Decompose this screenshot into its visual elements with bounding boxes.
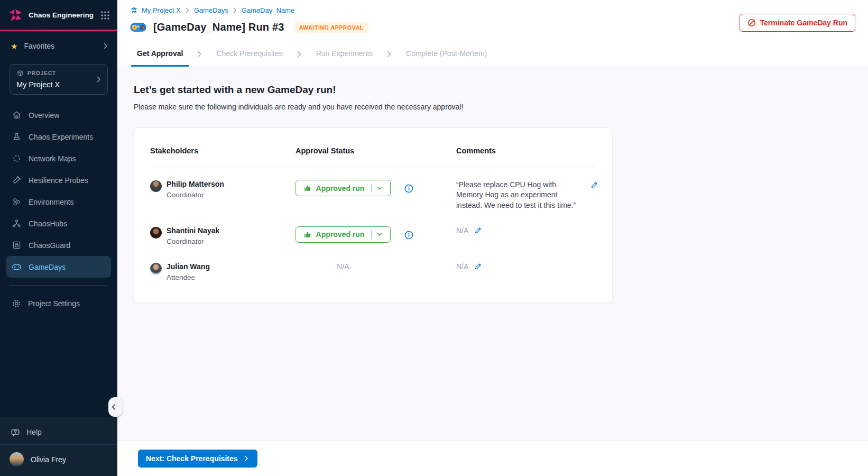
help-label: Help [26,428,42,436]
sidebar-item-overview[interactable]: Overview [6,104,111,126]
nav-label: ChaosHubs [29,219,67,228]
nav-label: Chaos Experiments [29,133,93,141]
chevron-right-icon [184,7,190,13]
breadcrumb-project[interactable]: My Project X [142,6,181,14]
chevron-right-icon [386,51,393,58]
gear-icon [12,299,21,308]
approval-status-dropdown[interactable]: Approved run [296,226,391,243]
grid-apps-icon[interactable] [100,11,110,20]
sidebar-item-chaoshubs[interactable]: ChaosHubs [6,213,111,234]
chevron-right-icon [103,43,109,49]
approval-value: N/A [296,262,391,271]
thumbs-up-icon [303,184,311,192]
test-tube-icon [12,175,22,185]
tab-run-experiments[interactable]: Run Experiments [310,42,378,67]
stakeholders-card: Stakeholders Approval Status Comments Ph… [134,127,613,303]
breadcrumb-gamedays[interactable]: GameDays [194,6,228,14]
chevron-right-icon [296,51,303,58]
sidebar-item-project-settings[interactable]: Project Settings [6,293,111,314]
approval-value: Approved run [316,230,365,239]
sidebar: Chaos Engineering ★ Favorites PROJECT My… [0,0,117,476]
table-row: Philip Matterson Coordinator Approved ru… [150,180,596,210]
chevron-down-icon [376,185,383,191]
avatar [150,227,162,239]
comment-cell: N/A [456,226,596,235]
edit-pencil-icon[interactable] [474,226,482,234]
harness-logo-icon [130,6,138,14]
sidebar-item-chaosguard[interactable]: ChaosGuard [6,234,111,256]
avatar [10,452,24,466]
terminate-gameday-button[interactable]: Terminate GameDay Run [740,14,855,32]
tab-check-prerequisites[interactable]: Check Prerequisites [210,42,288,67]
nav-label: Overview [29,111,59,120]
sidebar-header: Chaos Engineering [0,0,117,30]
approval-cell: N/A [296,262,456,271]
stakeholder-role: Attendee [167,273,210,281]
stakeholder-role: Coordinator [167,237,219,245]
nav-label: Resilience Probes [29,176,88,185]
chevron-right-icon [232,7,238,13]
table-header-row: Stakeholders Approval Status Comments [150,147,596,155]
comment-text: N/A [456,262,468,271]
hexagons-icon [12,197,22,207]
sidebar-item-gamedays[interactable]: GameDays [6,256,111,278]
thumbs-up-icon [303,231,311,239]
stakeholder-cell: Philip Matterson Coordinator [150,180,296,199]
section-subheading: Please make sure the following individua… [134,103,855,111]
info-icon[interactable] [404,184,413,193]
chevron-right-icon [96,76,102,83]
approval-cell: Approved run [296,180,456,196]
flask-icon [12,132,22,142]
sidebar-item-help[interactable]: Help [0,420,117,444]
comment-text: N/A [456,226,468,235]
column-approval-status: Approval Status [296,147,456,155]
table-row: Shantini Nayak Coordinator Approved run [150,226,596,245]
sidebar-item-environments[interactable]: Environments [6,191,111,213]
tab-get-approval[interactable]: Get Approval [131,42,189,67]
nav-label: Project Settings [28,299,80,308]
terminate-label: Terminate GameDay Run [760,19,847,27]
lock-square-icon [12,240,22,250]
tab-complete-post-mortem[interactable]: Complete (Post-Mortem) [400,42,493,67]
home-icon [12,110,22,120]
sidebar-collapse-handle[interactable] [108,397,123,417]
nav-label: Environments [29,198,74,206]
step-tabs: Get Approval Check Prerequisites Run Exp… [117,42,868,66]
breadcrumb-gameday-name[interactable]: GameDay_Name [242,6,294,14]
approval-value: Approved run [316,184,365,193]
column-stakeholders: Stakeholders [150,147,296,155]
chevron-left-icon [110,404,116,410]
page-title: [GameDay_Name] Run #3 [153,21,284,33]
comment-cell: “Please replace CPU Hog with Memory Hog … [456,180,598,210]
edit-pencil-icon[interactable] [474,262,482,270]
sidebar-footer: Help Olivia Frey [0,417,117,476]
edit-pencil-icon[interactable] [590,181,598,189]
next-check-prerequisites-button[interactable]: Next: Check Prerequisites [138,450,257,468]
comment-text: “Please replace CPU Hog with Memory Hog … [456,180,583,210]
stakeholder-name: Shantini Nayak [167,226,219,235]
sidebar-item-chaos-experiments[interactable]: Chaos Experiments [6,126,111,148]
main-area: My Project X GameDays GameDay_Name [Game… [117,0,868,476]
sidebar-item-favorites[interactable]: ★ Favorites [0,31,117,60]
status-badge: AWAITING APPROVAL [294,22,368,33]
chevron-down-icon [376,231,383,237]
star-icon: ★ [11,42,17,50]
sidebar-item-network-maps[interactable]: Network Maps [6,148,111,169]
comment-cell: N/A [456,262,596,271]
user-menu[interactable]: Olivia Frey [0,444,117,476]
chaos-pinwheel-icon [7,7,23,23]
stakeholder-role: Coordinator [167,191,224,199]
sidebar-divider [10,285,108,286]
gamepad-emoji-icon [130,22,146,33]
chevron-right-icon [243,455,250,462]
project-name: My Project X [16,80,96,89]
gamepad-icon [12,262,22,272]
info-icon[interactable] [404,231,413,240]
help-chat-icon [11,427,20,437]
sidebar-item-resilience-probes[interactable]: Resilience Probes [6,169,111,191]
project-selector[interactable]: PROJECT My Project X [10,64,108,95]
approval-status-dropdown[interactable]: Approved run [296,180,391,196]
stakeholder-cell: Julian Wang Attendee [150,262,296,281]
approval-cell: Approved run [296,226,456,243]
network-circle-icon [12,153,22,163]
